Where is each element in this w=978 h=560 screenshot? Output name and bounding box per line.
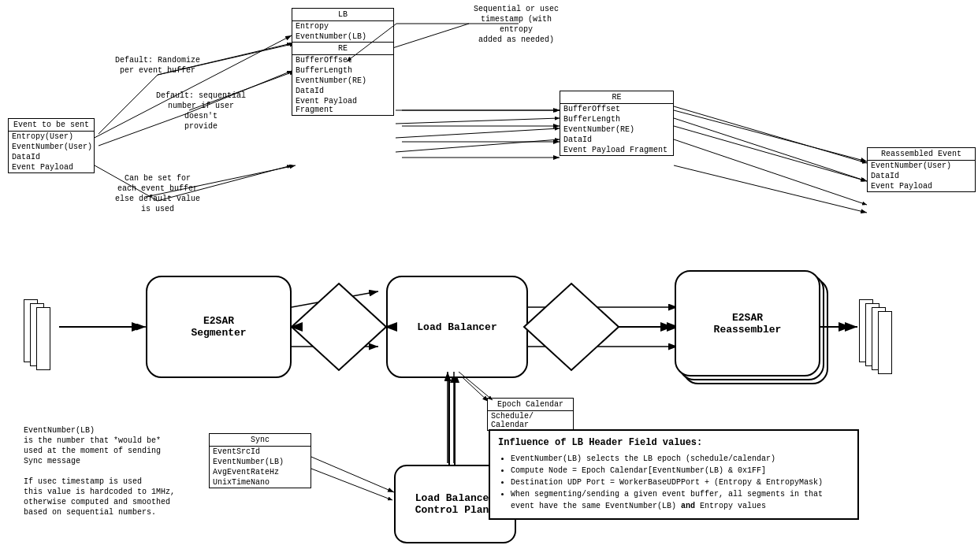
lb-entropy: Entropy [292, 21, 393, 32]
svg-marker-28 [524, 284, 619, 370]
influence-item-3: Destination UDP Port = WorkerBaseUDPPort… [511, 477, 850, 488]
note-sequential: Default: sequentialnumber if user doesn'… [154, 91, 248, 132]
load-balancer-box: Load Balancer [386, 276, 528, 378]
reassembled-payload: Event Payload [868, 181, 975, 191]
event-dataid: DataId [9, 152, 94, 162]
svg-line-48 [674, 106, 867, 163]
re-dataid: DataId [292, 86, 393, 96]
svg-line-21 [674, 165, 867, 213]
sync-box: Sync EventSrcId EventNumber(LB) AvgEvent… [209, 433, 311, 488]
segmenter-diamond [284, 280, 394, 382]
sync-title: Sync [210, 434, 311, 447]
note-can-be-set: Can be set foreach event bufferelse defa… [114, 173, 201, 214]
svg-line-49 [674, 118, 867, 181]
influence-item-2: Compute Node = Epoch Calendar[EventNumbe… [511, 465, 850, 477]
epoch-calendar-box: Epoch Calendar Schedule/ Calendar [487, 398, 574, 431]
re-payload: Event Payload Fragment [292, 96, 393, 115]
segmenter-box: E2SARSegmenter [146, 276, 292, 378]
sync-eventsrcid: EventSrcId [210, 447, 311, 457]
event-to-send-box: Event to be sent Entropy(User) EventNumb… [8, 118, 95, 173]
re-right-eventnumber: EventNumber(RE) [560, 124, 673, 135]
re-bufferoffset: BufferOffset [292, 55, 393, 65]
diagram: LB Entropy EventNumber(LB) RE BufferOffs… [0, 0, 978, 560]
re-right-dataid: DataId [560, 135, 673, 145]
re-right-payload: Event Payload Fragment [560, 145, 673, 155]
segmenter-label: E2SARSegmenter [191, 315, 246, 339]
svg-line-19 [674, 110, 867, 161]
load-balancer-label: Load Balancer [417, 321, 496, 333]
influence-list: EventNumber(LB) selects the LB epoch (sc… [498, 453, 850, 512]
note-sequential-usec: Sequential or usectimestamp (with entrop… [465, 4, 567, 45]
event-to-send-title: Event to be sent [9, 119, 94, 132]
svg-line-45 [396, 118, 560, 124]
re-title-in-lb: RE [292, 43, 393, 55]
reassembled-title: Reassembled Event [868, 148, 975, 161]
svg-line-20 [674, 126, 867, 181]
svg-line-47 [396, 139, 560, 152]
re-right-bufferlength: BufferLength [560, 114, 673, 124]
re-right-title: RE [560, 91, 673, 104]
lb-control-plane-label: Load BalancerControl Plane [415, 492, 495, 516]
svg-line-46 [396, 128, 560, 138]
sync-unixtimestamp: UnixTimeNano [210, 477, 311, 488]
lb-title: LB [292, 9, 393, 21]
lb-diamond [516, 280, 627, 382]
svg-marker-27 [292, 284, 386, 370]
epoch-calendar-title: Epoch Calendar [488, 399, 573, 411]
reassembled-eventnumber: EventNumber(User) [868, 161, 975, 171]
re-eventnumber: EventNumber(RE) [292, 76, 393, 86]
reassembled-event-box: Reassembled Event EventNumber(User) Data… [867, 147, 976, 192]
influence-title: Influence of LB Header Field values: [498, 437, 850, 448]
schedule-calendar: Schedule/ Calendar [488, 411, 573, 430]
note-eventnumber-lb: EventNumber(LB)is the number that *would… [24, 425, 181, 517]
sync-eventnumber: EventNumber(LB) [210, 457, 311, 467]
lb-eventnumber: EventNumber(LB) [292, 32, 393, 42]
reassembler-box: E2SARReassembler [675, 270, 820, 376]
influence-item-4: When segmenting/sending a given event bu… [511, 488, 850, 512]
re-bufferlength: BufferLength [292, 65, 393, 76]
re-right-bufferoffset: BufferOffset [560, 104, 673, 114]
reassembled-dataid: DataId [868, 171, 975, 181]
sync-avgeventrate: AvgEventRateHz [210, 467, 311, 477]
note-randomize: Default: Randomizeper event buffer [114, 55, 201, 76]
reassembler-label: E2SARReassembler [714, 312, 782, 336]
svg-line-36 [99, 75, 158, 134]
event-entropy: Entropy(User) [9, 132, 94, 142]
svg-line-22 [311, 457, 394, 492]
influence-box: Influence of LB Header Field values: Eve… [489, 429, 859, 520]
event-eventnumber: EventNumber(User) [9, 142, 94, 152]
svg-line-50 [674, 139, 867, 205]
re-right-box: RE BufferOffset BufferLength EventNumber… [560, 91, 674, 156]
event-payload: Event Payload [9, 162, 94, 172]
lb-header-box: LB Entropy EventNumber(LB) RE BufferOffs… [292, 8, 394, 116]
influence-item-1: EventNumber(LB) selects the LB epoch (sc… [511, 453, 850, 465]
svg-line-51 [311, 469, 392, 500]
